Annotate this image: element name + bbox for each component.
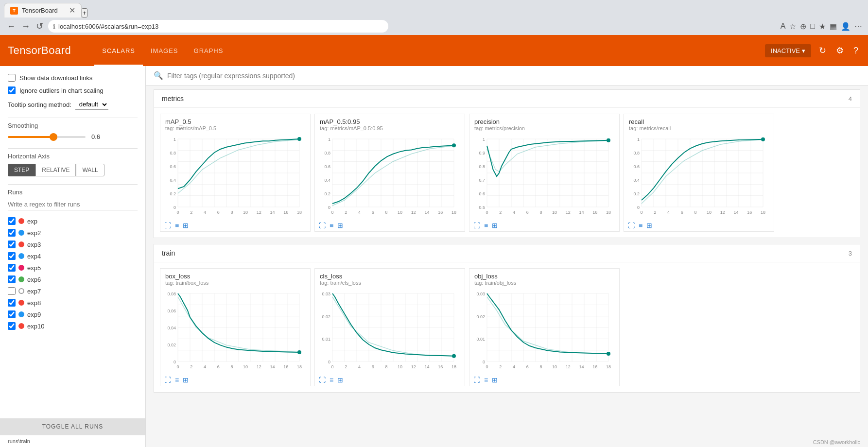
run-checkbox-exp5[interactable]: [8, 264, 16, 272]
run-item[interactable]: exp8: [8, 297, 138, 309]
run-checkbox-exp[interactable]: [8, 217, 16, 225]
run-color-dot: [18, 300, 24, 306]
translate-icon[interactable]: ⊕: [800, 22, 806, 31]
runs-filter-input[interactable]: [8, 199, 138, 210]
run-item[interactable]: exp5: [8, 262, 138, 274]
tooltip-select[interactable]: default: [75, 99, 108, 110]
tooltip-row: Tooltip sorting method: default: [8, 99, 138, 110]
chart-title: obj_loss: [474, 273, 614, 280]
svg-text:4: 4: [204, 210, 206, 215]
run-item[interactable]: exp3: [8, 239, 138, 250]
axis-wall-button[interactable]: WALL: [76, 164, 104, 176]
star-icon[interactable]: ☆: [789, 22, 796, 31]
run-checkbox-exp3[interactable]: [8, 241, 16, 248]
svg-point-69: [452, 143, 456, 147]
run-checkbox-exp9[interactable]: [8, 310, 16, 318]
run-label: exp7: [27, 288, 41, 295]
run-checkbox-exp7[interactable]: [8, 287, 16, 295]
list-icon[interactable]: ≡: [330, 222, 333, 229]
grid-icon[interactable]: ⊞: [183, 222, 189, 229]
expand-icon[interactable]: ⛶: [473, 376, 480, 384]
expand-icon[interactable]: ⛶: [164, 222, 171, 229]
favorites-icon[interactable]: ★: [819, 22, 826, 31]
run-item[interactable]: exp10: [8, 320, 138, 332]
grid-icon[interactable]: ⊞: [337, 376, 343, 384]
help-button[interactable]: ?: [851, 44, 860, 58]
grid-icon[interactable]: ⊞: [492, 376, 498, 384]
tag-filter-input[interactable]: [167, 72, 860, 80]
run-checkbox-exp4[interactable]: [8, 252, 16, 260]
svg-text:0.5: 0.5: [479, 205, 485, 210]
nav-scalars[interactable]: SCALARS: [94, 35, 143, 66]
list-icon[interactable]: ≡: [639, 222, 642, 229]
list-icon[interactable]: ≡: [175, 222, 179, 229]
run-checkbox-exp10[interactable]: [8, 322, 16, 330]
address-bar[interactable]: ℹ: [48, 20, 388, 33]
run-checkbox-exp2[interactable]: [8, 229, 16, 237]
forward-button[interactable]: →: [20, 20, 31, 33]
svg-text:6: 6: [526, 364, 529, 369]
ignore-outliers-checkbox[interactable]: [8, 86, 16, 94]
section-name: train: [162, 249, 175, 257]
show-download-checkbox[interactable]: [8, 74, 16, 82]
svg-text:0.4: 0.4: [170, 178, 176, 183]
profile-icon[interactable]: 👤: [841, 22, 851, 31]
extension-icon[interactable]: □: [810, 22, 815, 31]
run-item[interactable]: exp7: [8, 285, 138, 297]
url-input[interactable]: [58, 23, 383, 30]
smoothing-slider[interactable]: [8, 136, 86, 138]
svg-text:0.02: 0.02: [476, 314, 485, 319]
list-icon[interactable]: ≡: [175, 376, 179, 384]
runs-title: Runs: [8, 189, 138, 196]
app-nav: SCALARS IMAGES GRAPHS: [94, 35, 231, 66]
expand-icon[interactable]: ⛶: [164, 376, 171, 384]
menu-icon[interactable]: ⋯: [854, 22, 862, 31]
run-item[interactable]: exp6: [8, 274, 138, 285]
run-checkbox-exp8[interactable]: [8, 299, 16, 307]
axis-relative-button[interactable]: RELATIVE: [35, 164, 76, 176]
list-icon[interactable]: ≡: [330, 376, 333, 384]
run-item[interactable]: exp4: [8, 250, 138, 262]
svg-text:14: 14: [424, 364, 429, 369]
close-tab-icon[interactable]: ✕: [69, 7, 75, 15]
run-item[interactable]: exp2: [8, 227, 138, 239]
run-checkbox-exp6[interactable]: [8, 275, 16, 283]
axis-step-button[interactable]: STEP: [8, 164, 35, 176]
svg-point-239: [607, 352, 610, 356]
grid-icon[interactable]: ⊞: [337, 222, 343, 229]
svg-text:2: 2: [190, 210, 192, 215]
nav-images[interactable]: IMAGES: [143, 35, 186, 66]
run-item[interactable]: exp9: [8, 309, 138, 320]
reader-icon[interactable]: A: [781, 22, 786, 31]
svg-text:12: 12: [566, 364, 571, 369]
status-dropdown[interactable]: INACTIVE ▾: [765, 44, 811, 57]
expand-icon[interactable]: ⛶: [319, 376, 326, 384]
chart-body: 0246810121416180.50.60.70.80.91: [469, 133, 619, 220]
new-tab-button[interactable]: +: [82, 8, 87, 17]
expand-icon[interactable]: ⛶: [319, 222, 326, 229]
svg-text:8: 8: [231, 210, 233, 215]
chart-title: cls_loss: [320, 273, 460, 280]
run-label: exp8: [27, 299, 41, 307]
svg-text:8: 8: [231, 364, 233, 369]
grid-icon[interactable]: ⊞: [646, 222, 652, 229]
svg-text:14: 14: [270, 364, 275, 369]
refresh-header-button[interactable]: ↻: [817, 43, 828, 58]
settings-button[interactable]: ⚙: [834, 43, 846, 58]
svg-text:12: 12: [257, 210, 261, 215]
list-icon[interactable]: ≡: [484, 376, 488, 384]
back-button[interactable]: ←: [6, 20, 17, 33]
expand-icon[interactable]: ⛶: [473, 222, 480, 229]
collections-icon[interactable]: ▦: [830, 22, 837, 31]
refresh-button[interactable]: ↺: [35, 20, 44, 33]
nav-graphs[interactable]: GRAPHS: [186, 35, 231, 66]
expand-icon[interactable]: ⛶: [628, 222, 635, 229]
list-icon[interactable]: ≡: [484, 222, 488, 229]
run-item[interactable]: exp: [8, 215, 138, 227]
grid-icon[interactable]: ⊞: [183, 376, 189, 384]
run-color-dot: [18, 241, 24, 247]
svg-text:14: 14: [424, 210, 429, 215]
toggle-all-runs-button[interactable]: TOGGLE ALL RUNS: [0, 418, 145, 435]
browser-tab[interactable]: T TensorBoard ✕: [4, 3, 82, 17]
grid-icon[interactable]: ⊞: [492, 222, 498, 229]
